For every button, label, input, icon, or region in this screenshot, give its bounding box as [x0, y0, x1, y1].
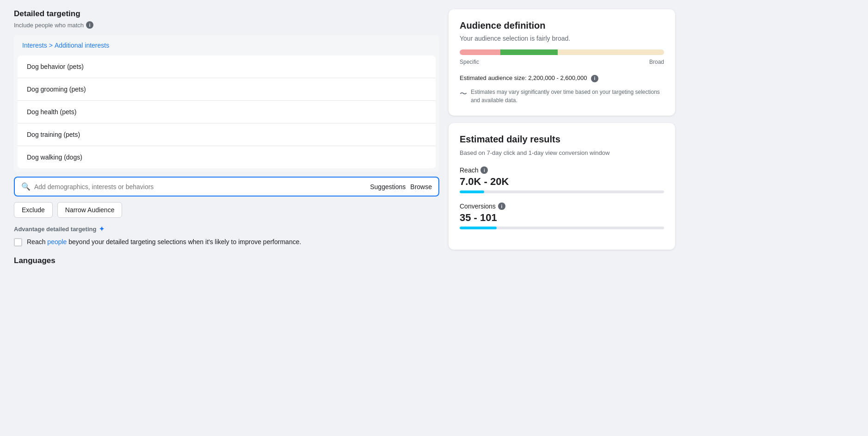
- sparkle-icon: ✦: [99, 225, 105, 233]
- meter-segment-current: [500, 49, 558, 55]
- breadcrumb-additional-interests[interactable]: Additional interests: [55, 42, 109, 49]
- audience-definition-card: Audience definition Your audience select…: [449, 9, 675, 116]
- section-title: Detailed targeting: [14, 9, 439, 18]
- languages-section: Languages: [14, 256, 439, 265]
- meter-segment-broad: [558, 49, 664, 55]
- daily-results-card: Estimated daily results Based on 7-day c…: [449, 123, 675, 250]
- audience-card-subtitle: Your audience selection is fairly broad.: [460, 35, 664, 42]
- browse-link[interactable]: Browse: [410, 183, 432, 190]
- meter-segment-specific: [460, 49, 500, 55]
- search-actions: Suggestions Browse: [370, 183, 432, 190]
- reach-value: 7.0K - 20K: [460, 176, 664, 188]
- right-panel: Audience definition Your audience select…: [449, 9, 675, 427]
- daily-results-title: Estimated daily results: [460, 134, 664, 145]
- suggestions-link[interactable]: Suggestions: [370, 183, 406, 190]
- languages-title: Languages: [14, 256, 439, 265]
- interest-item-dog-health[interactable]: Dog health (pets): [18, 101, 436, 123]
- trend-icon: 〜: [460, 88, 467, 99]
- people-link[interactable]: people: [47, 238, 67, 246]
- conversions-bar-container: [460, 227, 664, 229]
- button-row: Exclude Narrow Audience: [14, 202, 439, 218]
- exclude-button[interactable]: Exclude: [14, 202, 53, 218]
- advantage-text: Reach people beyond your detailed target…: [27, 237, 301, 247]
- reach-bar-fill: [460, 190, 484, 193]
- advantage-row: Reach people beyond your detailed target…: [14, 237, 439, 247]
- breadcrumb-interests[interactable]: Interests: [22, 42, 47, 49]
- interest-item-dog-grooming[interactable]: Dog grooming (pets): [18, 78, 436, 101]
- interest-item-dog-walking[interactable]: Dog walking (dogs): [18, 146, 436, 168]
- breadcrumb-separator: >: [49, 42, 53, 49]
- reach-label: Reach i: [460, 166, 664, 174]
- audience-meter: [460, 49, 664, 55]
- meter-label-specific: Specific: [460, 59, 479, 65]
- advantage-checkbox-wrap: [14, 238, 22, 246]
- interest-item-dog-training[interactable]: Dog training (pets): [18, 123, 436, 146]
- audience-card-title: Audience definition: [460, 20, 664, 31]
- conversions-info-icon[interactable]: i: [498, 203, 505, 210]
- estimate-note: 〜 Estimates may vary significantly over …: [460, 88, 664, 104]
- conversions-value: 35 - 101: [460, 212, 664, 224]
- meter-label-broad: Broad: [649, 59, 664, 65]
- advantage-title: Advantage detailed targeting ✦: [14, 225, 439, 233]
- conversions-bar-fill: [460, 227, 497, 229]
- interest-item-dog-behavior[interactable]: Dog behavior (pets): [18, 55, 436, 78]
- meter-track: [460, 49, 664, 55]
- meter-labels: Specific Broad: [460, 59, 664, 65]
- search-input[interactable]: [34, 183, 366, 190]
- advantage-checkbox[interactable]: [14, 238, 22, 246]
- audience-size-info-icon[interactable]: i: [591, 75, 598, 82]
- reach-info-icon[interactable]: i: [480, 166, 488, 174]
- targeting-box: Interests > Additional interests Dog beh…: [14, 35, 439, 172]
- narrow-audience-button[interactable]: Narrow Audience: [57, 202, 123, 218]
- breadcrumb: Interests > Additional interests: [14, 35, 439, 55]
- info-icon[interactable]: i: [86, 21, 93, 29]
- reach-bar-container: [460, 190, 664, 193]
- conversions-label: Conversions i: [460, 203, 664, 210]
- advantage-section: Advantage detailed targeting ✦ Reach peo…: [14, 225, 439, 247]
- audience-size-text: Estimated audience size: 2,200,000 - 2,6…: [460, 74, 664, 82]
- daily-results-subtitle: Based on 7-day click and 1-day view conv…: [460, 148, 664, 158]
- search-icon: 🔍: [21, 182, 31, 191]
- search-bar: 🔍 Suggestions Browse: [14, 177, 439, 197]
- interest-list: Dog behavior (pets) Dog grooming (pets) …: [18, 55, 436, 168]
- include-label: Include people who match i: [14, 21, 439, 29]
